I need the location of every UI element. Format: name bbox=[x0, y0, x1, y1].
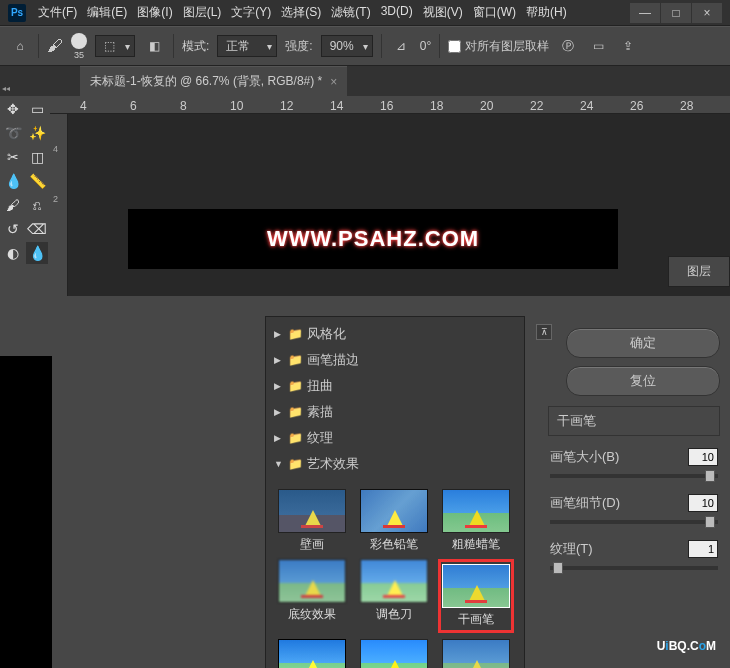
watermark-text: WWW.PSAHZ.COM bbox=[267, 226, 479, 252]
crop-tool-icon[interactable]: ✂ bbox=[2, 146, 24, 168]
document-close-icon[interactable]: × bbox=[330, 75, 337, 89]
minimize-button[interactable]: — bbox=[630, 3, 660, 23]
ruler-vertical: 42 bbox=[50, 114, 68, 296]
folder-icon: 📁 bbox=[288, 327, 303, 341]
dark-canvas-strip bbox=[0, 356, 52, 668]
brush-size-value: 35 bbox=[74, 51, 84, 60]
gradient-icon[interactable]: ◧ bbox=[143, 35, 165, 57]
ok-button[interactable]: 确定 bbox=[566, 328, 720, 358]
menu-file[interactable]: 文件(F) bbox=[34, 0, 81, 25]
texture-input[interactable] bbox=[688, 540, 718, 558]
filter-gallery-tree: ▶📁风格化 ▶📁画笔描边 ▶📁扭曲 ▶📁素描 ▶📁纹理 ▼📁艺术效果 壁画 彩色… bbox=[265, 316, 525, 668]
artboard[interactable]: WWW.PSAHZ.COM bbox=[128, 209, 618, 269]
pressure-icon[interactable]: Ⓟ bbox=[557, 35, 579, 57]
menu-view[interactable]: 视图(V) bbox=[419, 0, 467, 25]
folder-icon: 📁 bbox=[288, 431, 303, 445]
home-icon[interactable]: ⌂ bbox=[10, 36, 30, 56]
app-logo: Ps bbox=[8, 4, 26, 22]
menubar: 文件(F) 编辑(E) 图像(I) 图层(L) 文字(Y) 选择(S) 滤镜(T… bbox=[34, 0, 630, 25]
tree-brushstrokes[interactable]: ▶📁画笔描边 bbox=[266, 347, 524, 373]
menu-filter[interactable]: 滤镜(T) bbox=[327, 0, 374, 25]
tablet-icon[interactable]: ▭ bbox=[587, 35, 609, 57]
folder-icon: 📁 bbox=[288, 405, 303, 419]
tree-artistic[interactable]: ▼📁艺术效果 bbox=[266, 451, 524, 477]
document-title: 未标题-1-恢复的 @ 66.7% (背景, RGB/8#) * bbox=[90, 73, 322, 90]
mode-label: 模式: bbox=[182, 38, 209, 55]
menu-image[interactable]: 图像(I) bbox=[133, 0, 176, 25]
thumb-dry-brush-selected[interactable]: 干画笔 bbox=[438, 559, 514, 633]
lasso-tool-icon[interactable]: ➰ bbox=[2, 122, 24, 144]
share-icon[interactable]: ⇪ bbox=[617, 35, 639, 57]
current-filter-name[interactable]: 干画笔 bbox=[548, 406, 720, 436]
brush-detail-slider[interactable] bbox=[550, 520, 718, 524]
eraser-tool-icon[interactable]: ⌫ bbox=[26, 218, 48, 240]
gradient-tool-icon[interactable]: ◐ bbox=[2, 242, 24, 264]
angle-icon: ⊿ bbox=[390, 35, 412, 57]
brush-detail-input[interactable] bbox=[688, 494, 718, 512]
marquee-tool-icon[interactable]: ▭ bbox=[26, 98, 48, 120]
ruler-tool-icon[interactable]: 📏 bbox=[26, 170, 48, 192]
options-bar: ⌂ 🖌 35 ⬚ ◧ 模式: 正常 强度: 90% ⊿ 0° 对所有图层取样 Ⓟ… bbox=[0, 26, 730, 66]
menu-window[interactable]: 窗口(W) bbox=[469, 0, 520, 25]
history-brush-icon[interactable]: ↺ bbox=[2, 218, 24, 240]
tree-stylize[interactable]: ▶📁风格化 bbox=[266, 321, 524, 347]
eyedropper-tool-icon[interactable]: 💧 bbox=[2, 170, 24, 192]
filter-settings-panel: ⊼ 确定 复位 干画笔 画笔大小(B) 画笔细节(D) 纹理(T) bbox=[538, 316, 730, 668]
angle-value[interactable]: 0° bbox=[420, 39, 431, 53]
strength-label: 强度: bbox=[285, 38, 312, 55]
collapse-button[interactable]: ⊼ bbox=[536, 324, 552, 340]
blur-tool-icon[interactable]: 💧 bbox=[26, 242, 48, 264]
thumb-paint-daubs[interactable]: 绘画涂抹 bbox=[438, 639, 514, 668]
folder-icon: 📁 bbox=[288, 379, 303, 393]
thumb-wall[interactable]: 壁画 bbox=[274, 489, 350, 553]
thumb-underpainting[interactable]: 底纹效果 bbox=[274, 559, 350, 633]
layers-panel-tab[interactable]: 图层 bbox=[668, 256, 730, 287]
menu-text[interactable]: 文字(Y) bbox=[227, 0, 275, 25]
thumb-palette-knife[interactable]: 调色刀 bbox=[356, 559, 432, 633]
brush-preview-dot bbox=[71, 33, 87, 49]
folder-icon: 📁 bbox=[288, 353, 303, 367]
slice-tool-icon[interactable]: ◫ bbox=[26, 146, 48, 168]
menu-layer[interactable]: 图层(L) bbox=[179, 0, 226, 25]
move-tool-icon[interactable]: ✥ bbox=[2, 98, 24, 120]
menu-edit[interactable]: 编辑(E) bbox=[83, 0, 131, 25]
brush-tool-icon[interactable]: 🖌 bbox=[47, 37, 63, 55]
tree-sketch[interactable]: ▶📁素描 bbox=[266, 399, 524, 425]
menu-help[interactable]: 帮助(H) bbox=[522, 0, 571, 25]
wand-tool-icon[interactable]: ✨ bbox=[26, 122, 48, 144]
strength-dropdown[interactable]: 90% bbox=[321, 35, 373, 57]
thumb-sponge[interactable]: 海绵 bbox=[356, 639, 432, 668]
brush-size-preset[interactable]: 35 bbox=[71, 33, 87, 60]
texture-label: 纹理(T) bbox=[550, 540, 593, 558]
sample-all-layers-checkbox[interactable]: 对所有图层取样 bbox=[448, 38, 549, 55]
document-tab[interactable]: 未标题-1-恢复的 @ 66.7% (背景, RGB/8#) * × bbox=[80, 66, 347, 96]
sample-all-input[interactable] bbox=[448, 40, 461, 53]
brush-size-slider[interactable] bbox=[550, 474, 718, 478]
ruler-horizontal: 46810121416182022242628 bbox=[50, 96, 730, 114]
close-button[interactable]: × bbox=[692, 3, 722, 23]
tree-texture[interactable]: ▶📁纹理 bbox=[266, 425, 524, 451]
sample-all-label: 对所有图层取样 bbox=[465, 38, 549, 55]
menu-select[interactable]: 选择(S) bbox=[277, 0, 325, 25]
maximize-button[interactable]: □ bbox=[661, 3, 691, 23]
stamp-tool-icon[interactable]: ⎌ bbox=[26, 194, 48, 216]
toolbox: ✥ ▭ ➰ ✨ ✂ ◫ 💧 📏 🖌 ⎌ ↺ ⌫ ◐ 💧 bbox=[0, 96, 50, 296]
filter-thumbnails: 壁画 彩色铅笔 粗糙蜡笔 底纹效果 调色刀 干画笔 海报边缘 海绵 绘画涂抹 bbox=[266, 481, 524, 668]
reset-button[interactable]: 复位 bbox=[566, 366, 720, 396]
brush-size-input[interactable] bbox=[688, 448, 718, 466]
brush-size-label: 画笔大小(B) bbox=[550, 448, 619, 466]
texture-slider[interactable] bbox=[550, 566, 718, 570]
thumb-poster-edges[interactable]: 海报边缘 bbox=[274, 639, 350, 668]
folder-icon: 📁 bbox=[288, 457, 303, 471]
watermark-brand: UiBQ.CoM bbox=[657, 630, 716, 656]
canvas-area: 46810121416182022242628 42 WWW.PSAHZ.COM bbox=[50, 96, 730, 296]
titlebar: Ps 文件(F) 编辑(E) 图像(I) 图层(L) 文字(Y) 选择(S) 滤… bbox=[0, 0, 730, 26]
brush-detail-label: 画笔细节(D) bbox=[550, 494, 620, 512]
thumb-colored-pencil[interactable]: 彩色铅笔 bbox=[356, 489, 432, 553]
brush-shape-dropdown[interactable]: ⬚ bbox=[95, 35, 135, 57]
thumb-rough-crayon[interactable]: 粗糙蜡笔 bbox=[438, 489, 514, 553]
tree-distort[interactable]: ▶📁扭曲 bbox=[266, 373, 524, 399]
mode-dropdown[interactable]: 正常 bbox=[217, 35, 277, 57]
menu-3d[interactable]: 3D(D) bbox=[377, 0, 417, 25]
brush-tool-icon[interactable]: 🖌 bbox=[2, 194, 24, 216]
